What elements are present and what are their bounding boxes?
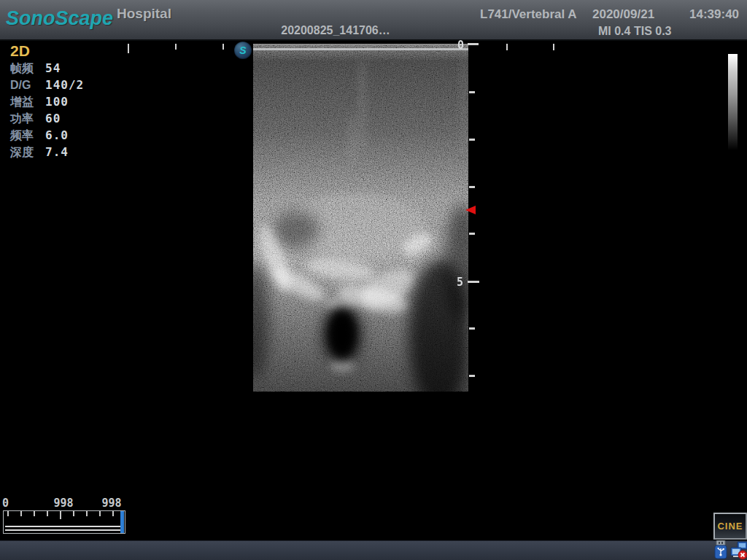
param-row-gain: 增益100 (10, 95, 69, 111)
probe-orientation-marker: S (234, 42, 252, 59)
probe-preset: L741/Vertebral A (480, 7, 577, 22)
depth-label-0: 0 (457, 39, 464, 52)
ruler-tick (222, 44, 224, 50)
cine-tick (47, 511, 48, 516)
grayscale-bar (728, 54, 738, 150)
depth-tick (469, 233, 475, 235)
cine-start-frame: 0 (2, 497, 9, 510)
mode-label: 2D (10, 42, 30, 60)
param-value: 140/2 (45, 78, 84, 92)
param-value: 54 (45, 61, 61, 75)
depth-tick (469, 91, 475, 93)
param-value: 60 (45, 112, 61, 125)
param-label: D/G (10, 79, 45, 92)
ruler-tick (128, 44, 129, 53)
cine-tick (99, 511, 101, 516)
cine-scrollbar[interactable] (3, 510, 125, 534)
depth-tick-major (468, 43, 479, 45)
depth-tick (469, 139, 475, 141)
param-label: 增益 (10, 95, 45, 110)
depth-tick-major (468, 281, 479, 283)
ultrasound-speckle-render (253, 44, 468, 392)
ruler-tick (175, 44, 177, 50)
cine-track-line (5, 526, 122, 527)
cine-tick (86, 511, 88, 516)
orientation-letter: S (239, 44, 246, 56)
usb-device-icon[interactable] (713, 540, 729, 559)
cine-tick (7, 511, 9, 516)
title-bar: SonoScape Hospital 20200825_141706… L741… (0, 0, 747, 41)
cine-tick (112, 511, 114, 516)
param-row-dg: D/G140/2 (10, 78, 84, 94)
param-value: 100 (45, 95, 69, 109)
cine-tick (20, 511, 22, 516)
param-value: 7.4 (45, 145, 69, 159)
cine-tick (34, 511, 35, 516)
param-label: 频率 (10, 128, 45, 144)
param-row-framerate: 帧频54 (10, 61, 61, 77)
focus-marker-icon[interactable] (465, 206, 476, 214)
cine-button[interactable]: CINE (713, 513, 747, 540)
depth-tick (469, 375, 475, 377)
cine-total-frames: 998 (93, 497, 130, 510)
cine-position-indicator[interactable] (120, 511, 124, 533)
ultrasound-image[interactable] (253, 44, 468, 392)
param-label: 帧频 (10, 61, 45, 77)
ruler-tick (553, 44, 554, 50)
sonoscape-logo: SonoScape (6, 7, 113, 30)
hospital-name: Hospital (117, 6, 171, 22)
depth-tick (469, 327, 475, 330)
param-row-power: 功率60 (10, 112, 61, 128)
taskbar (0, 540, 747, 560)
param-label: 功率 (10, 112, 45, 127)
mi-tis-indices: MI 0.4 TIS 0.3 (598, 25, 671, 38)
cine-tick (73, 511, 74, 516)
param-label: 深度 (10, 145, 45, 160)
param-row-depth: 深度7.4 (10, 145, 69, 161)
exam-time: 14:39:40 (689, 7, 739, 22)
depth-label-5: 5 (457, 276, 463, 289)
param-row-frequency: 频率6.0 (10, 128, 69, 144)
exam-date: 2020/09/21 (592, 7, 654, 22)
cine-track-line (5, 529, 122, 531)
ruler-tick (506, 44, 508, 50)
cine-tick-major (60, 511, 61, 519)
network-disconnected-icon[interactable] (730, 541, 747, 560)
cine-button-label: CINE (717, 521, 743, 532)
param-value: 6.0 (45, 128, 69, 142)
depth-tick (469, 186, 475, 188)
exam-file-name: 20200825_141706… (255, 24, 416, 37)
cine-current-frame: 998 (45, 497, 82, 510)
